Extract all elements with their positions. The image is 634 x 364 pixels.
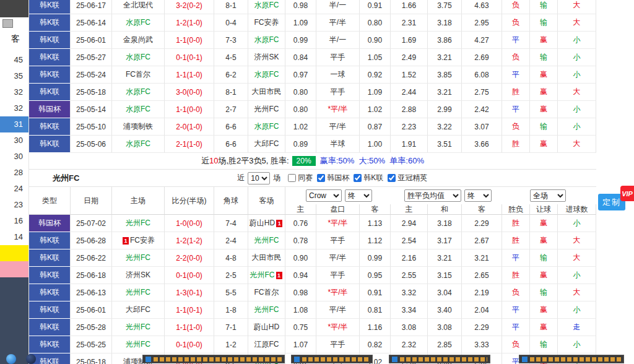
- taskbar-app-icon-dark[interactable]: [26, 354, 36, 364]
- checkbox-同赛[interactable]: [288, 174, 296, 182]
- avg-away: 3.66: [462, 136, 502, 153]
- avg-draw: 3.22: [428, 118, 462, 136]
- odds-home: 0.98: [285, 0, 316, 14]
- home-team[interactable]: 金泉尚武: [112, 32, 165, 49]
- home-team[interactable]: 水原FC: [112, 84, 165, 101]
- home-team[interactable]: 光州FC: [112, 215, 165, 232]
- home-team[interactable]: 光州FC: [112, 319, 165, 336]
- avg-home: 1.69: [391, 32, 428, 49]
- taskbar-window-4[interactable]: [519, 355, 624, 363]
- col-result: 胜负: [502, 204, 530, 215]
- right-margin: 定制 VIP: [596, 0, 634, 364]
- away-team[interactable]: FC首尔: [248, 284, 285, 301]
- league-badge: 韩K联: [29, 249, 71, 267]
- score-halftime: 1-1(0-1): [165, 301, 214, 319]
- taskbar-app-icon-blue[interactable]: [6, 354, 16, 364]
- away-team[interactable]: 蔚山HD1: [248, 215, 285, 232]
- odds-history-panel: 韩K联25-06-17全北现代3-2(0-2)8-1水原FC0.98半/一0.9…: [28, 0, 596, 364]
- score-halftime: 1-0(0-0): [165, 215, 214, 232]
- avg-away: 6.08: [462, 66, 502, 84]
- corners: 1-8: [214, 301, 248, 319]
- goals-outcome: 小: [558, 336, 596, 353]
- goals-outcome: 小: [558, 101, 596, 118]
- bookmaker-select[interactable]: Crow: [306, 189, 342, 202]
- home-team[interactable]: 全北现代: [112, 0, 165, 14]
- odds-away: 0.99: [360, 249, 391, 267]
- home-team[interactable]: 水原FC: [112, 14, 165, 32]
- handicap-outcome: 输: [530, 14, 558, 32]
- checkbox-亚冠精英[interactable]: [388, 174, 396, 182]
- sidebar-bottom-area: [0, 277, 28, 364]
- away-team[interactable]: 光州FC: [248, 232, 285, 249]
- taskbar-window-2[interactable]: [291, 355, 373, 363]
- handicap-outcome: 输: [530, 249, 558, 267]
- away-team[interactable]: 大田市民: [248, 84, 285, 101]
- away-team[interactable]: 水原FC: [248, 66, 285, 84]
- result-outcome: 负: [502, 336, 530, 353]
- odds-home: 0.80: [285, 101, 316, 118]
- away-team[interactable]: 水原FC: [248, 32, 285, 49]
- home-team[interactable]: 浦项制铁: [112, 118, 165, 136]
- home-team[interactable]: 1FC安养: [112, 232, 165, 249]
- home-team[interactable]: 济州SK: [112, 267, 165, 284]
- away-team[interactable]: 大田市民: [248, 249, 285, 267]
- table-row: 韩K联25-06-18济州SK0-1(0-0)2-5光州FC10.94平手0.9…: [29, 267, 596, 284]
- scope-select[interactable]: 全场: [530, 189, 566, 202]
- handicap-line: 一球: [316, 66, 360, 84]
- away-team[interactable]: 江原FC: [248, 336, 285, 353]
- avg-metric-select[interactable]: 胜平负均值: [404, 189, 461, 202]
- window-favicon: [294, 357, 300, 362]
- taskbar-window-1[interactable]: [142, 355, 285, 363]
- away-team[interactable]: 济州SK: [248, 49, 285, 66]
- away-team[interactable]: 水原FC: [248, 0, 285, 14]
- away-team[interactable]: 大邱FC: [248, 136, 285, 153]
- home-team[interactable]: 光州FC: [112, 336, 165, 353]
- home-team[interactable]: 水原FC: [112, 136, 165, 153]
- checkbox-韩国杯[interactable]: [317, 174, 325, 182]
- team-name: 大田市民: [252, 253, 282, 263]
- avg-draw: 3.86: [428, 32, 462, 49]
- away-team[interactable]: 光州FC: [248, 101, 285, 118]
- away-team[interactable]: 水原FC: [248, 118, 285, 136]
- recent-count-select[interactable]: 10: [248, 172, 270, 184]
- avg-draw: 3.51: [428, 136, 462, 153]
- home-team[interactable]: 光州FC: [112, 249, 165, 267]
- odds-away: 0.91: [360, 284, 391, 301]
- home-team[interactable]: 水原FC: [112, 101, 165, 118]
- handicap-outcome: 输: [530, 118, 558, 136]
- table-row: 韩K联25-05-24FC首尔1-1(1-0)6-2水原FC0.97一球0.92…: [29, 66, 596, 84]
- away-team[interactable]: FC安养: [248, 14, 285, 32]
- final-odds-select-2[interactable]: 终: [464, 189, 492, 202]
- away-team[interactable]: 蔚山HD: [248, 319, 285, 336]
- table-row: 韩K联25-06-14水原FC1-2(1-0)0-4FC安养1.09平/半0.8…: [29, 14, 596, 32]
- home-team[interactable]: FC首尔: [112, 66, 165, 84]
- home-team[interactable]: 光州FC: [112, 284, 165, 301]
- handicap-line: 半球: [316, 136, 360, 153]
- corners: 4-8: [214, 249, 248, 267]
- match-date: 25-06-01: [71, 32, 112, 49]
- final-odds-select-1[interactable]: 终: [345, 189, 372, 202]
- avg-home: 3.34: [391, 301, 428, 319]
- col-type: 类型: [29, 187, 71, 215]
- avg-draw: 3.08: [428, 319, 462, 336]
- match-date: 25-06-17: [71, 0, 112, 14]
- goals-outcome: 大: [558, 136, 596, 153]
- team-name: FC安养: [130, 235, 155, 246]
- taskbar-window-3[interactable]: [389, 355, 490, 363]
- team-name: 水原FC: [126, 139, 150, 149]
- home-team[interactable]: 大邱FC: [112, 301, 165, 319]
- goals-outcome: 小: [558, 49, 596, 66]
- result-outcome: 平: [502, 101, 530, 118]
- vip-tab[interactable]: VIP: [620, 186, 634, 201]
- checkbox-韩K联[interactable]: [354, 174, 362, 182]
- avg-draw: 3.40: [428, 301, 462, 319]
- match-date: 25-05-06: [71, 136, 112, 153]
- avg-away: 3.07: [462, 118, 502, 136]
- away-team[interactable]: 光州FC: [248, 301, 285, 319]
- away-team[interactable]: 光州FC1: [248, 267, 285, 284]
- avg-draw: 3.04: [428, 284, 462, 301]
- corners: 6-6: [214, 118, 248, 136]
- home-team[interactable]: 水原FC: [112, 49, 165, 66]
- team-name: 光州FC: [126, 339, 150, 350]
- sidebar-row: 45: [0, 52, 28, 68]
